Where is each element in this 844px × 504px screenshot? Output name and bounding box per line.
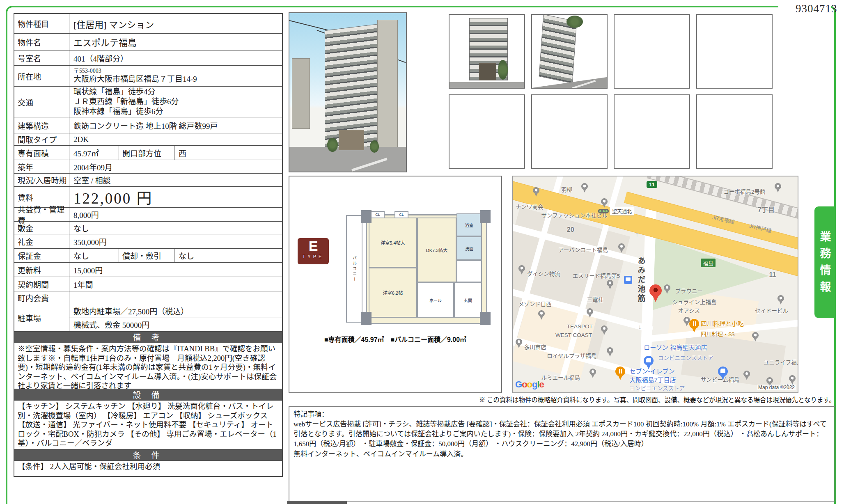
building-entrance: [479, 63, 496, 80]
table-row: 契約期間1年間: [14, 277, 282, 291]
map-label: 多川商店: [524, 343, 546, 351]
section-text: 【キッチン】 システムキッチン 【水廻り】 洗髪洗面化粧台・バス・トイレ別・洗濯…: [14, 401, 282, 449]
toilet: [456, 260, 482, 282]
row-label: 礼金: [14, 234, 69, 248]
row-label: 建築構造: [14, 117, 69, 133]
map-label: オアシス: [678, 306, 700, 314]
row-value-line: 〒553-0003: [73, 68, 280, 74]
signal-dot: [605, 210, 608, 212]
route-shield: 11: [647, 181, 657, 188]
row-value-line: 阪神本線「福島」徒歩6分: [73, 107, 280, 117]
pin-icon: [581, 183, 588, 193]
pin-icon: [538, 310, 545, 320]
table-row: 専有面積45.97㎡開口部方位西: [14, 145, 282, 160]
map-disclaimer: ※ この資料は物件の概略紹介資料になります。写真、間取図面、設備、概要などが現況…: [479, 395, 835, 404]
row-label: 専有面積: [14, 146, 69, 160]
table-row: 礼金350,000円: [14, 234, 282, 248]
map-label: エスリード福島第5: [573, 271, 620, 279]
type-word: TYPE: [298, 254, 329, 259]
business-info-tab[interactable]: 業務情報: [814, 206, 835, 318]
row-value: なし: [69, 222, 282, 234]
street: [450, 82, 524, 88]
table-row: 築年2004年09月: [14, 160, 282, 173]
thumbnail-photo: [531, 14, 608, 89]
google-logo-letter: e: [539, 379, 544, 389]
row-label: 間取タイプ: [14, 133, 69, 145]
map-label: ブラウニー: [675, 286, 703, 295]
row-value-line: 環状線「福島」徒歩4分: [73, 87, 280, 97]
map-label: 羽柳: [561, 185, 572, 193]
pin-icon: [587, 308, 593, 318]
row-value-line: 大阪府大阪市福島区福島７丁目14-9: [73, 74, 280, 84]
map-oneway-arrow: ↑: [635, 231, 638, 238]
building-entrance: [339, 130, 364, 150]
table-row: 交通環状線「福島」徒歩4分ＪＲ東西線「新福島」徒歩6分阪神本線「福島」徒歩6分: [14, 86, 282, 117]
food-icon: [689, 319, 699, 333]
map-label: WEST COAST: [555, 332, 592, 338]
map-label: ユニライフ福島: [764, 358, 798, 366]
special-notes-title: 特記事項：: [294, 410, 830, 419]
section-header: 条 件: [14, 449, 282, 460]
pin-icon: [789, 375, 796, 385]
map-label: TEASPOT: [567, 323, 593, 330]
row-value: 350,000円: [69, 234, 282, 248]
pin-icon: [516, 339, 522, 348]
map-label: コーポ福島2号館: [724, 187, 766, 195]
hall: ホール: [417, 282, 454, 318]
row-subvalue: なし: [174, 249, 282, 262]
row-value: [69, 291, 282, 304]
pin-icon: [618, 243, 625, 253]
map-label: 大阪福島7丁目店: [630, 375, 676, 384]
map-label: 7丁目: [758, 204, 775, 214]
table-row: 共益費・管理費8,000円: [14, 207, 282, 221]
table-row: 保証金なし償却・敷引なし: [14, 248, 282, 262]
map-oneway-arrow: ↓: [638, 323, 641, 331]
bedroom-2: 洋室6.2帖: [369, 268, 417, 318]
row-sublabel: 償却・敷引: [119, 249, 174, 262]
map-label: サンファッション本社ビル: [541, 211, 608, 219]
map-credit: Map data ©2022: [757, 385, 796, 390]
map-label: メゾンド日西: [518, 300, 552, 308]
floorplan-caption: ■専有面積／45.97㎡ ■バルコニー面積／9.00㎡: [289, 334, 501, 344]
map-label: ロイヤルプラザ福島: [547, 351, 596, 360]
row-label: 築年: [14, 160, 69, 173]
bedroom-1: 洋室5.4帖大: [369, 218, 417, 268]
pillar: [480, 210, 491, 223]
tree: [370, 140, 379, 153]
table-row: 【キッチン】 システムキッチン 【水廻り】 洗髪洗面化粧台・バス・トイレ別・洗濯…: [14, 400, 282, 449]
section-header: 備 考: [14, 331, 282, 343]
row-value-multiline: 環状線「福島」徒歩4分ＪＲ東西線「新福島」徒歩6分阪神本線「福島」徒歩6分: [69, 87, 282, 117]
map-label: アーバンコート福島: [558, 245, 608, 254]
main-building-photo: [289, 12, 407, 172]
row-label: 更新料: [14, 263, 69, 277]
bus-icon: [624, 276, 632, 284]
row-value: 2DK: [69, 133, 282, 145]
station-badge: 福島: [701, 259, 716, 267]
pin-icon: [777, 295, 784, 305]
empty-photo-slot: [614, 14, 690, 89]
row-value: 122,000 円: [69, 187, 282, 207]
row-label: 現況/入居時期: [14, 174, 69, 186]
map-label: 11: [769, 271, 776, 279]
map-label: 四川料理と小吃: [701, 319, 744, 328]
signal-dot: [603, 210, 605, 212]
bathroom: 浴室: [456, 213, 482, 236]
google-logo-letter: o: [527, 379, 532, 389]
pin-icon: [752, 332, 759, 342]
floorplan-drawing: バルコニー CL CL 洋室5.4帖大 洋室6.2帖 DK7.3帖大 浴室 洗面…: [346, 210, 491, 328]
building-side-wall: [377, 20, 398, 156]
food-icon: [615, 367, 625, 380]
property-location-pin: [649, 284, 662, 302]
section-text: ※空室情報・募集条件・案内方法等の確認は『ITANDI BB』で確認をお願い致し…: [14, 343, 282, 389]
pillar: [361, 312, 372, 325]
washroom: 洗面: [456, 236, 482, 260]
row-label: 所在地: [14, 66, 69, 86]
row-value: エスポルテ福島: [69, 34, 282, 50]
map-label: ローソン 福島聖天通店: [644, 343, 707, 351]
map-label: ナンワ商会: [516, 202, 544, 211]
empty-photo-slot: [696, 14, 773, 89]
row-label: 町内会費: [14, 291, 69, 304]
signal-icon: [598, 209, 609, 213]
pin-icon: [743, 371, 750, 380]
google-logo-letter: g: [532, 379, 537, 389]
